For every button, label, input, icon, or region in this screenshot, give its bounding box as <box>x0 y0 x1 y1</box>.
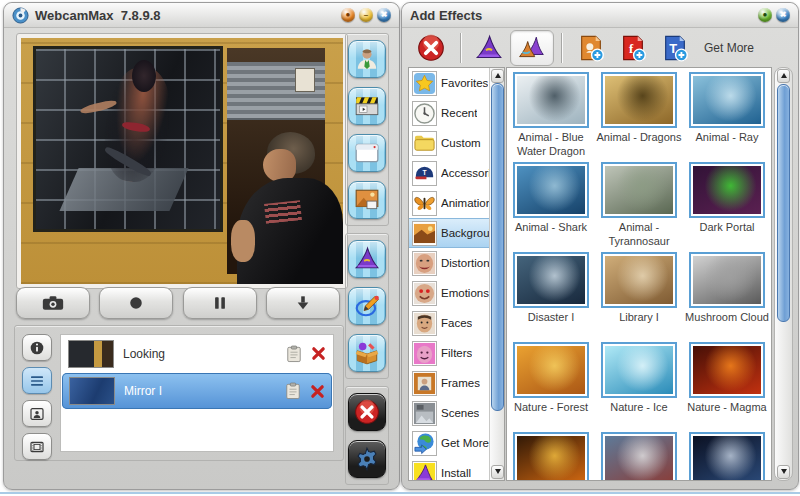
playlist-item[interactable]: Mirror I <box>62 373 332 409</box>
effect-thumbnail[interactable] <box>689 252 765 308</box>
effect-item[interactable]: Nature - Forest <box>508 342 594 432</box>
scroll-up-arrow[interactable] <box>491 69 504 83</box>
effect-item[interactable]: Nature - Magma <box>684 342 770 432</box>
effect-thumbnail[interactable] <box>689 432 765 481</box>
pin-button[interactable]: ● <box>758 8 772 22</box>
effect-item[interactable]: Nature - Ice <box>596 342 682 432</box>
save-button[interactable] <box>266 287 340 319</box>
close-button[interactable]: ✖ <box>776 8 790 22</box>
picture-view-button[interactable] <box>22 400 52 427</box>
effect-item[interactable] <box>508 432 594 481</box>
picture-in-picture-button[interactable] <box>348 181 386 219</box>
category-item[interactable]: Filters <box>409 338 490 368</box>
effect-thumbnail[interactable] <box>601 162 677 218</box>
playlist-view-buttons <box>22 334 52 460</box>
effect-item[interactable]: Disaster I <box>508 252 594 342</box>
category-item[interactable]: Faces <box>409 308 490 338</box>
category-item[interactable]: Install <box>409 458 490 480</box>
category-item[interactable]: Custom <box>409 128 490 158</box>
category-item[interactable]: Background <box>409 218 490 248</box>
effect-thumbnail[interactable] <box>601 342 677 398</box>
effect-thumbnail[interactable] <box>513 162 589 218</box>
category-item[interactable]: Recent <box>409 98 490 128</box>
effects-grid[interactable]: Animal - Blue Water DragonAnimal - Drago… <box>507 68 771 481</box>
effect-thumbnail[interactable] <box>513 72 589 128</box>
effect-thumbnail[interactable] <box>601 252 677 308</box>
add-picture-button[interactable] <box>570 31 612 65</box>
effect-item[interactable]: Animal - Tyrannosaur <box>596 162 682 252</box>
category-item[interactable]: TAccessories <box>409 158 490 188</box>
category-item[interactable]: Animations <box>409 188 490 218</box>
effect-item[interactable] <box>684 432 770 481</box>
effect-item[interactable]: Animal - Shark <box>508 162 594 252</box>
snapshot-button[interactable] <box>16 287 90 319</box>
category-list[interactable]: FavoritesRecentCustomTAccessoriesAnimati… <box>409 68 490 480</box>
pause-button[interactable] <box>183 287 257 319</box>
multi-effect-button[interactable] <box>510 30 554 66</box>
effect-item[interactable]: Library I <box>596 252 682 342</box>
scroll-thumb[interactable] <box>777 84 790 322</box>
stop-effects-button[interactable] <box>348 393 386 431</box>
add-effects-titlebar[interactable]: Add Effects ●✖ <box>402 3 798 28</box>
info-button[interactable] <box>22 334 52 361</box>
effect-item[interactable]: Mushroom Cloud <box>684 252 770 342</box>
effect-item[interactable]: Animal - Dragons <box>596 72 682 162</box>
category-item[interactable]: Distortions <box>409 248 490 278</box>
settings-button[interactable] <box>348 440 386 478</box>
effect-thumbnail[interactable] <box>601 72 677 128</box>
doodling-button[interactable] <box>348 287 386 325</box>
effect-thumbnail[interactable] <box>689 342 765 398</box>
record-button[interactable] <box>99 287 173 319</box>
add-text-button[interactable]: T <box>654 31 696 65</box>
blank-source-button[interactable] <box>348 134 386 172</box>
video-view-button[interactable] <box>22 433 52 460</box>
category-icon <box>412 251 437 276</box>
delete-icon[interactable] <box>311 346 326 361</box>
effects-scrollbar[interactable] <box>774 67 793 481</box>
effect-thumbnail[interactable] <box>513 432 589 481</box>
close-button[interactable]: ✖ <box>377 8 391 22</box>
properties-icon[interactable] <box>285 382 301 400</box>
effect-label: Animal - Tyrannosaur <box>596 221 682 249</box>
goodies-button[interactable] <box>348 334 386 372</box>
effect-thumbnail[interactable] <box>513 252 589 308</box>
category-label: Favorites <box>441 77 488 89</box>
effect-thumbnail[interactable] <box>689 72 765 128</box>
single-effect-button[interactable] <box>468 31 510 65</box>
webcammax-titlebar[interactable]: WebcamMax 7.8.9.8 ●–✖ <box>4 3 399 28</box>
category-label: Faces <box>441 317 472 329</box>
add-flash-button[interactable]: f <box>612 31 654 65</box>
playlist-list[interactable]: LookingMirror I <box>60 334 334 452</box>
minimize-button[interactable]: – <box>359 8 373 22</box>
category-scrollbar[interactable] <box>489 68 504 480</box>
category-item[interactable]: Frames <box>409 368 490 398</box>
playlist-item[interactable]: Looking <box>61 335 333 372</box>
scroll-down-arrow[interactable] <box>777 465 790 479</box>
category-item[interactable]: Favorites <box>409 68 490 98</box>
list-view-button[interactable] <box>22 367 52 394</box>
effects-button[interactable] <box>348 240 386 278</box>
category-icon <box>412 341 437 366</box>
category-item[interactable]: Scenes <box>409 398 490 428</box>
clear-effects-button[interactable] <box>410 31 452 65</box>
webcam-source-button[interactable] <box>348 40 386 78</box>
effect-item[interactable] <box>596 432 682 481</box>
effect-thumbnail[interactable] <box>689 162 765 218</box>
category-label: Scenes <box>441 407 479 419</box>
effect-item[interactable]: Animal - Ray <box>684 72 770 162</box>
scroll-down-arrow[interactable] <box>491 465 504 479</box>
delete-icon[interactable] <box>310 384 325 399</box>
titlebar-buttons: ●✖ <box>758 8 790 22</box>
effect-item[interactable]: Dark Portal <box>684 162 770 252</box>
scroll-up-arrow[interactable] <box>777 69 790 83</box>
effect-thumbnail[interactable] <box>513 342 589 398</box>
effect-item[interactable]: Animal - Blue Water Dragon <box>508 72 594 162</box>
tray-button[interactable]: ● <box>341 8 355 22</box>
video-source-button[interactable] <box>348 87 386 125</box>
category-item[interactable]: Get More <box>409 428 490 458</box>
properties-icon[interactable] <box>286 345 302 363</box>
category-item[interactable]: Emotions <box>409 278 490 308</box>
scroll-thumb[interactable] <box>491 83 504 411</box>
get-more-label[interactable]: Get More <box>704 41 754 55</box>
effect-thumbnail[interactable] <box>601 432 677 481</box>
